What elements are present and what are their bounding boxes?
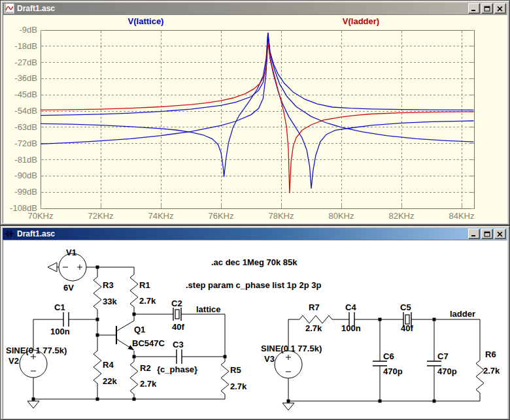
close-button[interactable]	[494, 3, 506, 14]
r2-value[interactable]: 2.7k	[140, 379, 157, 389]
ltspice-desktop: { "windows": { "plot": { "title": "Draft…	[0, 0, 510, 420]
v3-value[interactable]: SINE(0 1 77.5k)	[261, 344, 322, 353]
schematic-app-icon	[4, 229, 14, 239]
port-arrow-icon[interactable]	[48, 263, 57, 272]
x-tick-label: 82KHz	[388, 211, 414, 221]
legend-v-ladder[interactable]: V(ladder)	[315, 16, 407, 26]
schematic-titlebar[interactable]: Draft1.asc	[3, 228, 507, 240]
c3-name[interactable]: C3	[173, 340, 184, 349]
r4-name[interactable]: R4	[103, 360, 114, 370]
plot-traces	[41, 33, 473, 193]
c1-name[interactable]: C1	[54, 302, 65, 312]
r2-name[interactable]: R2	[140, 363, 151, 373]
y-tick-label: -27dB	[14, 57, 37, 67]
c4-name[interactable]: C4	[345, 302, 356, 312]
x-tick-label: 84KHz	[449, 211, 474, 221]
r6-name[interactable]: R6	[485, 349, 496, 359]
voltage-source-v1[interactable]	[59, 253, 86, 281]
c7-name[interactable]: C7	[437, 351, 449, 361]
plot-tick-marks	[41, 30, 474, 208]
q1-value[interactable]: BC547C	[132, 338, 165, 348]
maximize-button[interactable]	[481, 3, 493, 14]
c1-value[interactable]: 100n	[50, 327, 70, 336]
y-tick-label: -45dB	[14, 89, 37, 99]
legend-v-lattice[interactable]: V(lattice)	[100, 16, 192, 26]
schematic-canvas[interactable]: V16VR333kR12.7kC1100nC240flatticeQ1BC547…	[3, 240, 507, 419]
directive-ac[interactable]: .ac dec 1Meg 70k 85k	[211, 257, 298, 267]
trace-v-lattice-c-phase-2p[interactable]	[41, 33, 473, 176]
maximize-button[interactable]	[481, 229, 493, 239]
c7-value[interactable]: 470p	[437, 366, 457, 376]
c6-value[interactable]: 470p	[383, 366, 403, 376]
x-tick-label: 74KHz	[148, 211, 173, 221]
r6-value[interactable]: 2.7k	[483, 366, 500, 376]
r3-name[interactable]: R3	[103, 280, 114, 290]
r1-value[interactable]: 2.7k	[139, 296, 156, 306]
minimize-button[interactable]	[468, 3, 480, 14]
directive-step[interactable]: .step param c_phase list 1p 2p 3p	[186, 280, 321, 290]
r1-name[interactable]: R1	[139, 280, 150, 290]
y-tick-label: -36dB	[14, 73, 37, 83]
y-tick-label: -9dB	[20, 25, 37, 35]
ground-symbol[interactable]	[27, 399, 294, 410]
y-tick-label: -81dB	[14, 155, 37, 165]
y-tick-label: -54dB	[14, 106, 37, 116]
y-tick-label: -18dB	[14, 41, 37, 51]
waveform-window: Draft1.asc V(lattice) V(ladder) 70KHz72K…	[0, 0, 510, 225]
c2-crystal-box[interactable]	[175, 310, 179, 319]
v3-name[interactable]: V3	[264, 354, 275, 364]
c5-value[interactable]: 40f	[401, 323, 413, 333]
x-tick-label: 80KHz	[328, 211, 354, 221]
minimize-button[interactable]	[468, 229, 480, 239]
r4-value[interactable]: 22k	[103, 376, 117, 386]
c2-value[interactable]: 40f	[172, 322, 184, 332]
v1-value[interactable]: 6V	[63, 283, 74, 293]
schematic-window: Draft1.asc	[0, 225, 510, 420]
c3-value[interactable]: {c_phase}	[157, 364, 197, 374]
c5-crystal-box[interactable]	[405, 315, 409, 324]
q1-name[interactable]: Q1	[134, 325, 145, 334]
close-button[interactable]	[494, 229, 506, 239]
plot-border	[41, 30, 474, 208]
schematic-window-title: Draft1.asc	[16, 229, 467, 239]
node-lattice[interactable]: lattice	[196, 304, 221, 314]
voltage-source-v3[interactable]	[275, 351, 302, 378]
waveform-window-title: Draft1.asc	[16, 3, 467, 14]
v2-name[interactable]: V2	[8, 356, 19, 366]
r5-value[interactable]: 2.7k	[230, 381, 247, 391]
v1-name[interactable]: V1	[66, 248, 76, 257]
r7-name[interactable]: R7	[309, 302, 320, 312]
waveform-canvas[interactable]: 70KHz72KHz74KHz76KHz78KHz80KHz82KHz84KHz…	[3, 15, 507, 223]
y-tick-label: -90dB	[14, 170, 37, 180]
waveform-plot-area[interactable]: V(lattice) V(ladder) 70KHz72KHz74KHz76KH…	[3, 14, 507, 223]
trace-v-ladder-[interactable]	[41, 42, 473, 193]
waveform-app-icon	[4, 3, 14, 14]
y-tick-label: -63dB	[14, 122, 37, 132]
trace-v-lattice-c-phase-1p[interactable]	[41, 33, 473, 116]
v2-value[interactable]: SINE(0 1 77.5k)	[6, 346, 67, 355]
c5-name[interactable]: C5	[400, 302, 411, 312]
y-tick-label: -99dB	[14, 187, 37, 197]
c2-name[interactable]: C2	[171, 299, 182, 308]
y-tick-label: -108dB	[10, 203, 37, 213]
node-ladder[interactable]: ladder	[450, 309, 475, 319]
c4-value[interactable]: 100n	[341, 323, 361, 333]
r7-value[interactable]: 2.7k	[305, 323, 322, 333]
x-tick-label: 72KHz	[88, 211, 113, 221]
r5-name[interactable]: R5	[230, 365, 241, 375]
plot-gridlines	[41, 31, 473, 208]
x-tick-label: 78KHz	[268, 211, 294, 221]
npn-transistor-q1[interactable]	[116, 314, 134, 350]
y-tick-label: -72dB	[14, 138, 37, 148]
c6-name[interactable]: C6	[383, 351, 394, 361]
x-tick-label: 76KHz	[208, 211, 233, 221]
r3-value[interactable]: 33k	[103, 297, 117, 306]
waveform-titlebar[interactable]: Draft1.asc	[3, 3, 507, 14]
